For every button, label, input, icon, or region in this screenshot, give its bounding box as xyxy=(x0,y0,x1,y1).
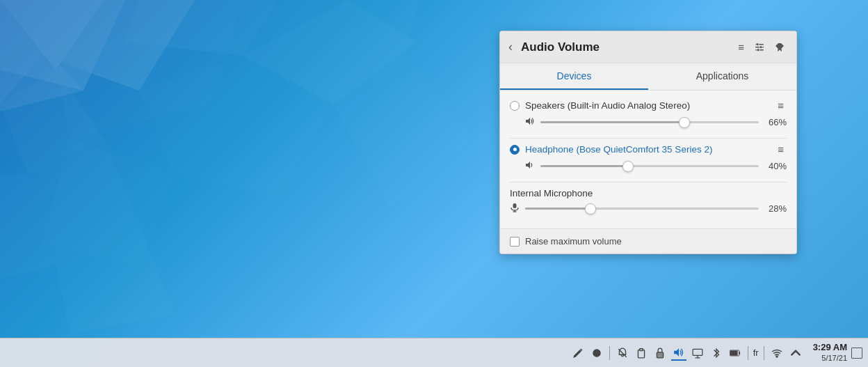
microphone-icon xyxy=(510,203,520,214)
clipboard-icon[interactable] xyxy=(634,346,649,360)
microphone-name: Internal Microphone xyxy=(510,188,787,198)
panel-header: ‹ Audio Volume ≡ xyxy=(500,31,796,63)
microphone-fill xyxy=(525,208,590,210)
svg-rect-30 xyxy=(639,348,643,350)
raise-max-volume-checkbox[interactable] xyxy=(510,237,520,247)
pin-button[interactable] xyxy=(771,40,788,54)
headphone-fill xyxy=(540,165,628,167)
pin-icon xyxy=(775,42,785,52)
panel-title: Audio Volume xyxy=(521,40,729,54)
svg-point-39 xyxy=(776,356,778,357)
back-button[interactable]: ‹ xyxy=(506,38,515,56)
microphone-volume-pct: 28% xyxy=(764,203,787,214)
taskbar-divider-1 xyxy=(609,346,610,360)
headphone-volume-pct: 40% xyxy=(764,161,787,171)
device-separator-1 xyxy=(510,138,787,139)
speakers-thumb[interactable] xyxy=(679,117,690,128)
audio-volume-panel: ‹ Audio Volume ≡ Devices xyxy=(499,31,797,254)
tabs-container: Devices Applications xyxy=(500,63,796,91)
speakers-menu-button[interactable]: ≡ xyxy=(775,99,787,112)
speakers-volume-pct: 66% xyxy=(764,117,787,127)
sliders-icon xyxy=(754,42,765,53)
speakers-volume-row: 66% xyxy=(510,115,787,134)
bluetooth-icon[interactable] xyxy=(709,346,724,360)
microphone-volume-row: 28% xyxy=(510,201,787,220)
headphone-name: Headphone (Bose QuietComfort 35 Series 2… xyxy=(525,144,769,155)
clock-time: 3:29 AM xyxy=(813,342,847,354)
pencil-icon[interactable] xyxy=(570,346,586,360)
svg-point-20 xyxy=(760,45,762,48)
speakers-header: Speakers (Built-in Audio Analog Stereo) … xyxy=(510,99,787,112)
menu-button[interactable]: ≡ xyxy=(734,39,748,55)
taskbar-divider-3 xyxy=(764,346,764,360)
device-separator-2 xyxy=(510,182,787,182)
wifi-icon[interactable] xyxy=(769,346,785,360)
volume-icon[interactable] xyxy=(671,345,686,361)
svg-point-19 xyxy=(756,42,759,45)
svg-rect-24 xyxy=(513,203,517,208)
clock-date: 5/17/21 xyxy=(813,354,847,363)
device-headphone: Headphone (Bose QuietComfort 35 Series 2… xyxy=(510,143,787,178)
desktop-decoration xyxy=(0,0,501,338)
battery-icon[interactable] xyxy=(728,346,743,360)
microphone-section: Internal Microphone 28% xyxy=(510,188,787,220)
header-actions: ≡ xyxy=(734,39,788,55)
headphone-header: Headphone (Bose QuietComfort 35 Series 2… xyxy=(510,143,787,156)
speakers-fill xyxy=(540,121,684,123)
svg-marker-23 xyxy=(526,162,530,169)
headphone-volume-icon xyxy=(525,160,535,172)
panel-content: Speakers (Built-in Audio Analog Stereo) … xyxy=(500,91,796,228)
bell-slash-icon[interactable] xyxy=(615,346,630,360)
language-indicator[interactable]: fr xyxy=(753,348,759,358)
clock: 3:29 AM 5/17/21 xyxy=(813,342,847,363)
settings-button[interactable] xyxy=(750,40,769,55)
svg-point-27 xyxy=(593,349,600,357)
device-speakers: Speakers (Built-in Audio Analog Stereo) … xyxy=(510,99,787,134)
svg-marker-22 xyxy=(526,118,530,125)
headphone-menu-button[interactable]: ≡ xyxy=(775,143,787,156)
taskbar-divider-2 xyxy=(748,346,748,360)
svg-rect-38 xyxy=(730,350,737,354)
raise-max-volume-row: Raise maximum volume xyxy=(510,236,787,247)
speakers-radio[interactable] xyxy=(510,101,520,111)
speakers-volume-icon xyxy=(525,116,535,128)
headphone-thumb[interactable] xyxy=(622,161,634,172)
svg-marker-32 xyxy=(674,348,679,356)
tab-applications[interactable]: Applications xyxy=(648,63,796,90)
headphone-radio[interactable] xyxy=(510,145,520,155)
taskbar: fr 3:29 AM 5/17/21 xyxy=(0,338,868,367)
svg-rect-31 xyxy=(657,352,663,357)
speakers-slider[interactable] xyxy=(540,117,759,128)
panel-footer: Raise maximum volume xyxy=(500,228,796,253)
speakers-name: Speakers (Built-in Audio Analog Stereo) xyxy=(525,100,769,111)
headphone-slider[interactable] xyxy=(540,161,759,172)
microphone-thumb[interactable] xyxy=(585,203,596,214)
svg-rect-33 xyxy=(693,349,702,355)
taskbar-icons: fr xyxy=(570,345,803,361)
monitor-icon[interactable] xyxy=(690,346,705,360)
raise-max-volume-label: Raise maximum volume xyxy=(525,236,622,247)
headphone-volume-row: 40% xyxy=(510,159,787,178)
tab-devices[interactable]: Devices xyxy=(500,63,648,90)
microphone-slider[interactable] xyxy=(525,203,759,214)
circle-icon[interactable] xyxy=(589,346,604,360)
lock-icon[interactable] xyxy=(652,346,668,360)
chevron-up-icon[interactable] xyxy=(788,346,803,360)
show-desktop-button[interactable] xyxy=(851,348,862,359)
svg-point-21 xyxy=(757,48,760,51)
